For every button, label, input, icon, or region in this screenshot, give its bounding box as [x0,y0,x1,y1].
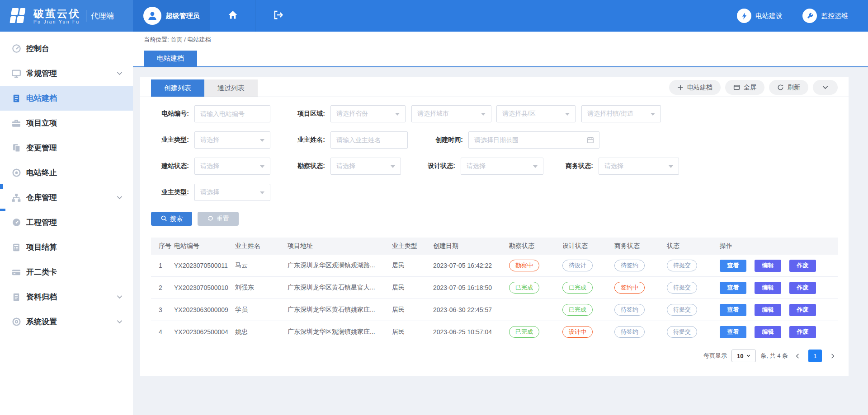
user-menu[interactable]: 超级管理员 [133,0,210,32]
sidebar-item-label: 仓库管理 [26,192,57,203]
owner-type-select[interactable]: 请选择 [194,131,270,149]
owner-name: 刘强东 [233,284,286,292]
sidebar-item-console[interactable]: 控制台 [0,36,133,61]
design-status: 已完成 [561,282,613,294]
select-placeholder: 请选择村镇/街道 [587,110,633,118]
owner-name-input-text[interactable] [336,136,402,144]
tab-passed-list[interactable]: 通过列表 [204,79,258,97]
status-badge: 已完成 [562,282,593,294]
logout-button[interactable] [255,0,300,32]
void-button[interactable]: 作废 [789,282,816,294]
owner-type-select-2[interactable]: 请选择 [194,184,270,201]
town-select[interactable]: 请选择村镇/街道 [581,105,661,122]
tab-create-list[interactable]: 创建列表 [151,79,204,97]
prev-page-button[interactable] [793,353,803,359]
logo-subtitle: Po Jian Yun Fu [33,19,80,24]
add-station-button[interactable]: 电站建档 [669,80,721,95]
tab-station-archive[interactable]: 电站建档 [144,51,197,66]
table-row: 3YX2023063000009学员广东深圳龙华区黄石镇姚家庄...居民2023… [151,299,838,321]
design-status-select[interactable]: 请选择 [461,158,543,175]
column-header: 商务状态 [613,242,665,250]
status-badge: 待提交 [667,326,697,338]
view-button[interactable]: 查看 [720,326,746,338]
column-header: 项目地址 [286,242,390,250]
view-button[interactable]: 查看 [720,282,746,294]
status-badge: 勘察中 [509,260,539,271]
business-status: 签约中 [613,282,665,294]
home-button[interactable] [210,0,255,32]
created-date: 2023-06-30 22:45:57 [431,306,507,313]
sitemap-icon [11,192,22,203]
city-select[interactable]: 请选择城市 [411,105,491,122]
void-button[interactable]: 作废 [789,304,816,316]
business-status: 待签约 [613,304,665,316]
business-status-select[interactable]: 请选择 [599,158,679,175]
nav-station-build[interactable]: 电站建设 [737,0,783,32]
view-button[interactable]: 查看 [720,304,746,316]
page-size-select[interactable]: 10 [731,350,756,362]
filter-label: 业主类型: [151,136,194,144]
column-header: 勘察状态 [507,242,561,250]
table-row: 1YX2023070500011马云广东深圳龙华区观澜镇观湖路...居民2023… [151,255,838,277]
card-header: 创建列表 通过列表 电站建档全屏刷新 [140,77,849,97]
owner-name-input[interactable] [330,131,408,149]
filter-row: 电站编号:项目区域:请选择省份请选择城市请选择县/区请选择村镇/街道 [151,105,838,122]
sidebar-item-engineering-mgmt[interactable]: 工程管理 [0,210,133,235]
sidebar-item-project-initiation[interactable]: 项目立项 [0,111,133,135]
sidebar-scroll-indicator [0,184,3,189]
sidebar-item-general-mgmt[interactable]: 常规管理 [0,61,133,86]
document-icon [11,93,22,104]
row-actions: 查看编辑作废 [718,304,838,316]
refresh-button[interactable]: 刷新 [769,80,808,95]
edit-button[interactable]: 编辑 [755,260,781,272]
created-date-range-input[interactable] [468,131,599,149]
app-screen: 破茧云伏 Po Jian Yun Fu 代理端 超级管理员 [0,0,868,415]
business-status: 待签约 [613,260,665,271]
survey-status-select[interactable]: 请选择 [330,158,401,175]
void-button[interactable]: 作废 [789,326,816,338]
sidebar-item-station-archive[interactable]: 电站建档 [0,86,133,111]
gauge-icon [11,217,22,228]
station-code-input-text[interactable] [200,110,264,117]
fullscreen-button[interactable]: 全屏 [725,80,764,95]
void-button[interactable]: 作废 [789,260,816,272]
station-code: YX2023062500004 [172,328,233,336]
nav-monitor-ops[interactable]: 监控运维 [802,0,848,32]
filter-label: 业主类型: [151,188,194,196]
nav-label: 电站建设 [755,12,783,20]
column-header: 操作 [718,242,838,250]
county-select[interactable]: 请选择县/区 [496,105,576,122]
sidebar-item-data-archive[interactable]: 资料归档 [0,284,133,309]
card-icon [11,267,22,278]
sidebar-item-station-termination[interactable]: 电站终止 [0,160,133,185]
search-button[interactable]: 搜索 [151,212,192,226]
sidebar-item-warehouse-mgmt[interactable]: 仓库管理 [0,185,133,210]
sidebar-item-system-settings[interactable]: 系统设置 [0,309,133,334]
next-page-button[interactable] [827,353,838,359]
owner-type: 居民 [390,261,431,270]
reset-button[interactable]: 重置 [198,212,239,226]
build-status-select[interactable]: 请选择 [194,158,270,175]
breadcrumb-label: 当前位置: [144,36,169,44]
sidebar-item-project-settlement[interactable]: 项目结算 [0,235,133,260]
logo-divider [86,10,86,22]
search-icon [160,215,167,223]
sidebar-item-label: 项目立项 [26,118,57,128]
sidebar-item-change-mgmt[interactable]: 变更管理 [0,135,133,160]
owner-name: 马云 [233,261,286,270]
edit-button[interactable]: 编辑 [755,304,781,316]
row-seq: 4 [157,328,172,336]
breadcrumb-path[interactable]: 首页 / 电站建档 [171,36,211,44]
page-1-button[interactable]: 1 [808,350,822,362]
status-badge: 待提交 [667,260,697,271]
station-code-input[interactable] [194,105,270,122]
collapse-button[interactable] [813,80,838,95]
monitor-icon [11,68,22,79]
created-date-range-input-text[interactable] [474,136,594,144]
edit-button[interactable]: 编辑 [755,326,781,338]
sidebar-item-class2-card[interactable]: 开二类卡 [0,260,133,284]
edit-button[interactable]: 编辑 [755,282,781,294]
view-button[interactable]: 查看 [720,260,746,272]
status-badge: 已完成 [509,326,539,338]
province-select[interactable]: 请选择省份 [330,105,406,122]
